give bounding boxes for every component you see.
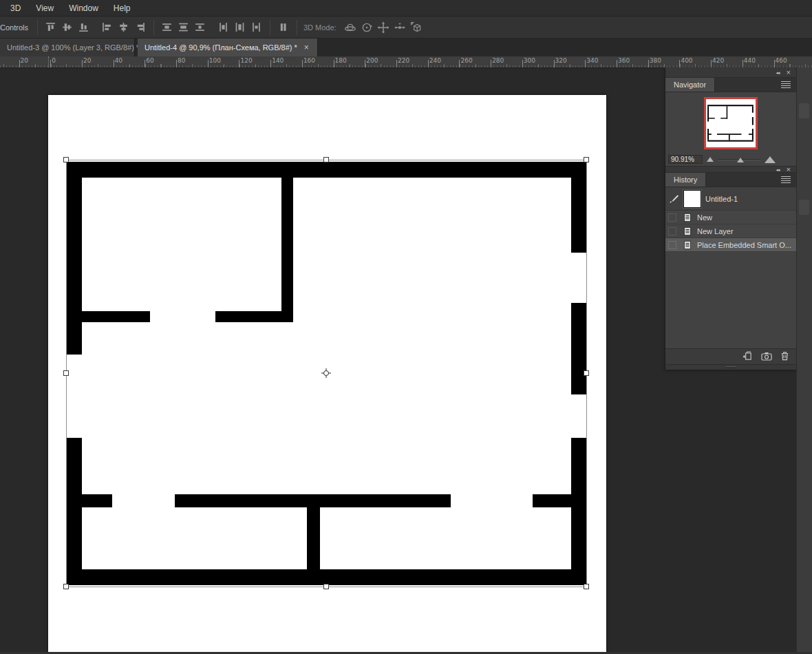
slide-3d-camera-icon[interactable] [392, 19, 408, 36]
horizontal-ruler[interactable]: 2002040608010012014016018020022024026028… [0, 56, 812, 68]
ruler-major-tick [617, 60, 617, 67]
transform-handle[interactable] [324, 584, 329, 589]
menu-view[interactable]: View [28, 0, 61, 17]
ruler-major-tick [396, 60, 397, 67]
transform-handle[interactable] [64, 371, 69, 376]
ruler-tick-label: 340 [586, 57, 598, 64]
document-canvas[interactable] [48, 95, 606, 652]
collapsed-panel-tab[interactable] [799, 200, 809, 215]
align-vertical-centers-icon[interactable] [59, 19, 76, 36]
navigator-proxy-view[interactable] [704, 97, 758, 149]
zoom-in-icon[interactable] [765, 156, 776, 163]
history-step-icon [682, 226, 693, 236]
plan-wall [67, 438, 82, 569]
plan-wall [67, 569, 586, 585]
transform-handle[interactable] [584, 584, 589, 589]
ruler-major-tick [648, 60, 649, 67]
navigator-tab-bar: Navigator [665, 78, 796, 92]
close-tab-icon[interactable]: × [303, 43, 310, 52]
history-source-well[interactable] [668, 241, 676, 249]
history-snapshot-row[interactable]: Untitled-1 [665, 187, 796, 211]
distribute-horizontal-centers-icon[interactable] [232, 19, 248, 36]
transform-bounding-box[interactable] [67, 160, 587, 587]
collapsed-dock-strip [796, 67, 812, 652]
distribute-bottom-edges-icon[interactable] [192, 19, 209, 36]
history-step-label: New [697, 213, 712, 222]
menu-window[interactable]: Window [61, 0, 106, 17]
navigator-controls: 90.91% [665, 154, 796, 166]
pan-3d-camera-icon[interactable] [375, 19, 392, 36]
new-document-from-state-icon[interactable] [742, 351, 753, 363]
ruler-major-tick [19, 60, 20, 67]
ruler-tick-label: 220 [398, 57, 409, 64]
history-step-icon [682, 213, 693, 222]
history-step-row-selected[interactable]: Place Embedded Smart O... [665, 238, 796, 252]
document-tab-untitled-3[interactable]: Untitled-3 @ 100% (Layer 3, RGB/8#) * × [0, 39, 135, 56]
history-list: Untitled-1 New New Layer [665, 187, 796, 348]
panel-resize-grip[interactable] [665, 364, 796, 370]
slider-thumb[interactable] [737, 158, 744, 162]
tab-navigator[interactable]: Navigator [665, 78, 715, 92]
history-source-well[interactable] [668, 227, 676, 235]
new-snapshot-icon[interactable] [761, 352, 772, 362]
distribute-right-edges-icon[interactable] [248, 19, 265, 36]
zoom-3d-camera-icon[interactable] [408, 19, 425, 36]
history-brush-source-icon[interactable] [668, 193, 679, 204]
document-tab-untitled-4[interactable]: Untitled-4 @ 90,9% (План-Схема, RGB/8#) … [138, 39, 318, 56]
navigator-zoom-field[interactable]: 90.91% [668, 155, 703, 164]
transform-handle[interactable] [64, 158, 69, 162]
transform-handle[interactable] [584, 371, 589, 376]
zoom-out-icon[interactable] [707, 157, 714, 162]
orbit-3d-camera-icon[interactable] [342, 19, 359, 36]
panel-menu-icon[interactable] [781, 176, 791, 184]
distribute-spacing-icon[interactable] [275, 19, 292, 36]
plan-wall [175, 494, 451, 507]
roll-3d-camera-icon[interactable] [359, 19, 375, 36]
distribute-left-edges-icon[interactable] [215, 19, 232, 36]
options-separator [297, 20, 297, 35]
history-step-row[interactable]: New [665, 211, 796, 224]
ruler-tick-label: 0 [52, 57, 56, 64]
tab-history[interactable]: History [665, 173, 706, 187]
distribute-vertical-centers-icon[interactable] [175, 19, 192, 36]
history-source-well[interactable] [668, 213, 676, 222]
ruler-tick-label: 420 [712, 57, 724, 64]
close-panel-icon[interactable]: × [787, 69, 791, 76]
transform-handle[interactable] [584, 158, 589, 162]
options-separator [153, 20, 154, 35]
align-horizontal-centers-icon[interactable] [116, 19, 132, 36]
distribute-top-edges-icon[interactable] [159, 19, 175, 36]
plan-wall [707, 140, 754, 142]
delete-state-icon[interactable] [780, 351, 789, 362]
plan-wall [709, 118, 715, 118]
ruler-tick-label: 180 [335, 57, 347, 64]
menu-help[interactable]: Help [106, 0, 138, 17]
align-top-edges-icon[interactable] [43, 19, 59, 36]
history-step-row[interactable]: New Layer [665, 224, 796, 238]
transform-handle[interactable] [324, 158, 329, 162]
collapse-panel-icon[interactable]: ◂◂ [776, 70, 780, 75]
collapse-panel-icon[interactable]: ◂◂ [776, 167, 780, 172]
options-bar: Controls [0, 17, 812, 39]
transform-handle[interactable] [64, 584, 69, 589]
align-left-edges-icon[interactable] [99, 19, 116, 36]
ruler-tick-label: 320 [555, 57, 567, 64]
collapsed-panel-tab[interactable] [799, 103, 809, 118]
ruler-major-tick [459, 60, 460, 67]
ruler-tick-label: 380 [650, 57, 661, 64]
menu-3d[interactable]: 3D [3, 0, 28, 17]
plan-wall [707, 106, 709, 121]
transform-reference-point[interactable] [321, 368, 331, 378]
align-right-edges-icon[interactable] [132, 19, 149, 36]
document-tab-label: Untitled-4 @ 90,9% (План-Схема, RGB/8#) … [145, 43, 297, 52]
floor-plan-smart-object[interactable] [66, 160, 587, 587]
navigator-zoom-slider[interactable] [718, 156, 760, 164]
align-bottom-edges-icon[interactable] [76, 19, 92, 36]
plan-wall [727, 106, 728, 118]
navigator-thumbnail-plan [707, 105, 754, 142]
ruler-major-tick [270, 60, 271, 67]
close-panel-icon[interactable]: × [787, 166, 791, 173]
plan-wall [215, 311, 293, 322]
plan-wall [752, 117, 754, 125]
panel-menu-icon[interactable] [781, 81, 791, 89]
